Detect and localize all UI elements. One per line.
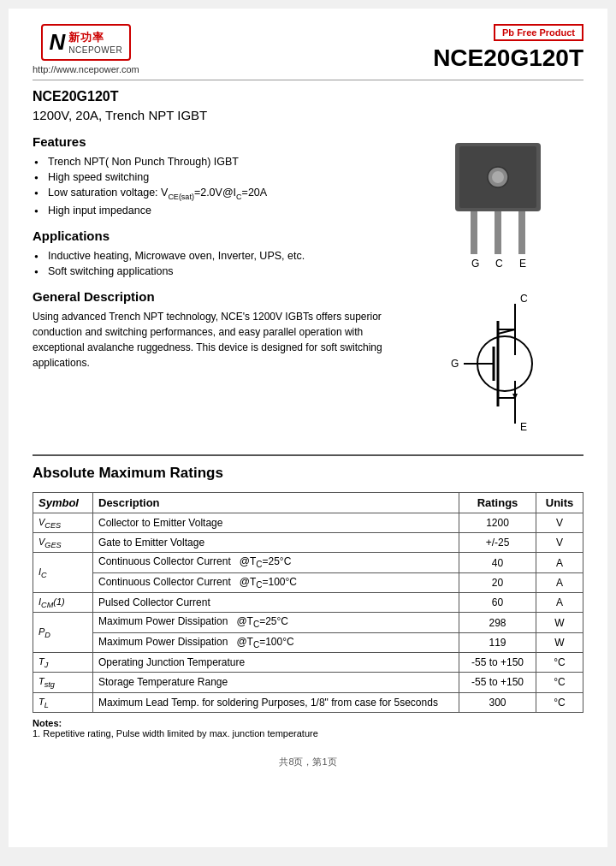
desc-tstg: Storage Temperature Range bbox=[93, 673, 459, 692]
desc-vces: Collector to Emitter Voltage bbox=[93, 513, 459, 533]
rat-ic1: 40 bbox=[459, 553, 536, 572]
unit-ic2: A bbox=[536, 572, 583, 592]
list-item: Low saturation voltage: VCE(sat)=2.0V@IC… bbox=[33, 185, 404, 203]
note-1: 1. Repetitive rating, Pulse width limite… bbox=[33, 728, 318, 738]
table-row: IC Continuous Collector Current @TC=25°C… bbox=[33, 553, 583, 572]
sym-icm: ICM(1) bbox=[33, 593, 93, 613]
desc-vges: Gate to Emitter Voltage bbox=[93, 533, 459, 553]
doc-subtitle: 1200V, 20A, Trench NPT IGBT bbox=[33, 108, 583, 122]
rat-icm: 60 bbox=[459, 593, 536, 613]
col-description: Description bbox=[93, 493, 459, 513]
unit-vces: V bbox=[536, 513, 583, 533]
list-item: Inductive heating, Microwave oven, Inver… bbox=[33, 248, 404, 264]
features-section: Features Trench NPT( Non Punch Through) … bbox=[33, 134, 583, 441]
doc-title: NCE20G120T bbox=[33, 89, 583, 104]
svg-text:E: E bbox=[519, 258, 526, 270]
pb-free-badge: Pb Free Product bbox=[494, 24, 583, 41]
page-footer: 共8页，第1页 bbox=[33, 756, 583, 768]
table-row: TL Maximum Lead Temp. for soldering Purp… bbox=[33, 692, 583, 712]
svg-point-3 bbox=[492, 171, 504, 183]
header-divider bbox=[33, 80, 583, 80]
unit-pd2: W bbox=[536, 632, 583, 652]
svg-text:E: E bbox=[520, 421, 527, 433]
features-title: Features bbox=[33, 134, 404, 149]
svg-text:G: G bbox=[451, 358, 459, 370]
logo-box: N 新功率 NCEPOWER bbox=[41, 24, 132, 61]
sym-pd: PD bbox=[33, 613, 93, 653]
desc-pd2: Maximum Power Dissipation @TC=100°C bbox=[93, 632, 459, 652]
svg-text:C: C bbox=[495, 258, 503, 270]
rat-tl: 300 bbox=[459, 692, 536, 712]
sym-tj: TJ bbox=[33, 653, 93, 673]
logo-text: 新功率 NCEPOWER bbox=[68, 30, 122, 55]
header: N 新功率 NCEPOWER http://www.ncepower.com P… bbox=[33, 24, 583, 74]
sym-tstg: Tstg bbox=[33, 673, 93, 692]
desc-icm: Pulsed Collector Current bbox=[93, 593, 459, 613]
list-item: Trench NPT( Non Punch Through) IGBT bbox=[33, 154, 404, 169]
list-item: High input impedance bbox=[33, 203, 404, 218]
desc-ic1: Continuous Collector Current @TC=25°C bbox=[93, 553, 459, 572]
right-col: G C E bbox=[412, 134, 583, 441]
col-symbol: Symbol bbox=[33, 493, 93, 513]
unit-tj: °C bbox=[536, 653, 583, 673]
rat-vces: 1200 bbox=[459, 513, 536, 533]
sym-vces: VCES bbox=[33, 513, 93, 533]
features-list: Trench NPT( Non Punch Through) IGBT High… bbox=[33, 154, 404, 218]
logo-area: N 新功率 NCEPOWER http://www.ncepower.com bbox=[33, 24, 139, 74]
svg-rect-5 bbox=[495, 211, 501, 254]
table-row: VGES Gate to Emitter Voltage +/-25 V bbox=[33, 533, 583, 553]
desc-pd1: Maximum Power Dissipation @TC=25°C bbox=[93, 613, 459, 632]
col-units: Units bbox=[536, 493, 583, 513]
general-desc-text: Using advanced Trench NPT technology, NC… bbox=[33, 309, 404, 371]
notes-title: Notes: bbox=[33, 718, 62, 728]
unit-icm: A bbox=[536, 593, 583, 613]
sym-ic: IC bbox=[33, 553, 93, 593]
col-ratings: Ratings bbox=[459, 493, 536, 513]
ratings-table: Symbol Description Ratings Units VCES Co… bbox=[33, 492, 583, 713]
table-row: VCES Collector to Emitter Voltage 1200 V bbox=[33, 513, 583, 533]
header-right: Pb Free Product NCE20G120T bbox=[433, 24, 583, 72]
desc-tl: Maximum Lead Temp. for soldering Purpose… bbox=[93, 692, 459, 712]
unit-tstg: °C bbox=[536, 673, 583, 692]
applications-title: Applications bbox=[33, 228, 404, 243]
table-row: Continuous Collector Current @TC=100°C 2… bbox=[33, 572, 583, 592]
rat-ic2: 20 bbox=[459, 572, 536, 592]
svg-text:G: G bbox=[471, 258, 479, 270]
unit-pd1: W bbox=[536, 613, 583, 632]
sym-tl: TL bbox=[33, 692, 93, 712]
logo-cn: 新功率 bbox=[68, 30, 104, 45]
table-row: TJ Operating Junction Temperature -55 to… bbox=[33, 653, 583, 673]
desc-ic2: Continuous Collector Current @TC=100°C bbox=[93, 572, 459, 592]
svg-rect-6 bbox=[518, 211, 525, 254]
svg-rect-4 bbox=[471, 211, 477, 254]
rat-tj: -55 to +150 bbox=[459, 653, 536, 673]
unit-ic1: A bbox=[536, 553, 583, 572]
rat-pd1: 298 bbox=[459, 613, 536, 632]
sym-vges: VGES bbox=[33, 533, 93, 553]
list-item: Soft switching applications bbox=[33, 264, 404, 279]
amr-title: Absolute Maximum Ratings bbox=[33, 465, 583, 482]
rat-vges: +/-25 bbox=[459, 533, 536, 553]
rat-tstg: -55 to +150 bbox=[459, 673, 536, 692]
circuit-diagram: C G E bbox=[421, 287, 575, 441]
logo-n-letter: N bbox=[50, 29, 66, 56]
left-col: Features Trench NPT( Non Punch Through) … bbox=[33, 134, 404, 441]
desc-tj: Operating Junction Temperature bbox=[93, 653, 459, 673]
package-diagram: G C E bbox=[421, 134, 575, 271]
table-row: PD Maximum Power Dissipation @TC=25°C 29… bbox=[33, 613, 583, 632]
notes: Notes: 1. Repetitive rating, Pulse width… bbox=[33, 718, 583, 738]
table-row: Maximum Power Dissipation @TC=100°C 119 … bbox=[33, 632, 583, 652]
section-divider bbox=[33, 454, 583, 456]
page: N 新功率 NCEPOWER http://www.ncepower.com P… bbox=[9, 9, 607, 847]
table-row: Tstg Storage Temperature Range -55 to +1… bbox=[33, 673, 583, 692]
rat-pd2: 119 bbox=[459, 632, 536, 652]
table-row: ICM(1) Pulsed Collector Current 60 A bbox=[33, 593, 583, 613]
applications-list: Inductive heating, Microwave oven, Inver… bbox=[33, 248, 404, 279]
svg-text:C: C bbox=[520, 293, 528, 305]
list-item: High speed switching bbox=[33, 169, 404, 185]
logo-en: NCEPOWER bbox=[68, 45, 122, 55]
part-number: NCE20G120T bbox=[433, 44, 583, 72]
general-desc-title: General Description bbox=[33, 289, 404, 304]
website-url: http://www.ncepower.com bbox=[33, 64, 139, 74]
unit-tl: °C bbox=[536, 692, 583, 712]
